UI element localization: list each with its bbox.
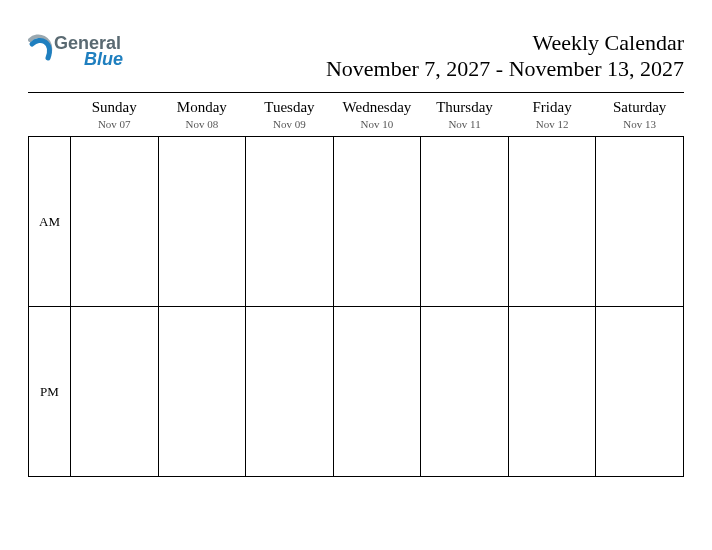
day-name-row: Sunday Monday Tuesday Wednesday Thursday… <box>29 93 684 118</box>
calendar-cell <box>158 137 246 307</box>
day-header: Friday <box>508 93 596 118</box>
calendar-cell <box>596 137 684 307</box>
period-label-am: AM <box>29 137 71 307</box>
am-row: AM <box>29 137 684 307</box>
day-header: Tuesday <box>246 93 334 118</box>
calendar-cell <box>596 307 684 477</box>
day-date: Nov 11 <box>421 118 509 137</box>
calendar-cell <box>508 137 596 307</box>
globe-swoosh-icon <box>28 34 54 70</box>
calendar-cell <box>508 307 596 477</box>
calendar-cell <box>71 307 159 477</box>
calendar-cell <box>421 307 509 477</box>
day-header: Monday <box>158 93 246 118</box>
calendar-cell <box>333 137 421 307</box>
calendar-cell <box>246 307 334 477</box>
day-header: Saturday <box>596 93 684 118</box>
day-header: Wednesday <box>333 93 421 118</box>
day-date: Nov 10 <box>333 118 421 137</box>
calendar-table: Sunday Monday Tuesday Wednesday Thursday… <box>28 93 684 477</box>
day-header: Thursday <box>421 93 509 118</box>
calendar-cell <box>333 307 421 477</box>
day-date: Nov 12 <box>508 118 596 137</box>
header-row: General Blue Weekly Calendar November 7,… <box>28 30 684 82</box>
calendar-cell <box>71 137 159 307</box>
calendar-cell <box>421 137 509 307</box>
date-range: November 7, 2027 - November 13, 2027 <box>326 56 684 82</box>
page-title: Weekly Calendar <box>326 30 684 56</box>
day-header: Sunday <box>71 93 159 118</box>
period-label-pm: PM <box>29 307 71 477</box>
brand-logo: General Blue <box>28 30 123 70</box>
day-date: Nov 13 <box>596 118 684 137</box>
calendar-cell <box>246 137 334 307</box>
day-date: Nov 09 <box>246 118 334 137</box>
pm-row: PM <box>29 307 684 477</box>
day-date: Nov 07 <box>71 118 159 137</box>
calendar-cell <box>158 307 246 477</box>
day-date-row: Nov 07 Nov 08 Nov 09 Nov 10 Nov 11 Nov 1… <box>29 118 684 137</box>
title-block: Weekly Calendar November 7, 2027 - Novem… <box>326 30 684 82</box>
day-date: Nov 08 <box>158 118 246 137</box>
logo-text-blue: Blue <box>84 50 123 68</box>
